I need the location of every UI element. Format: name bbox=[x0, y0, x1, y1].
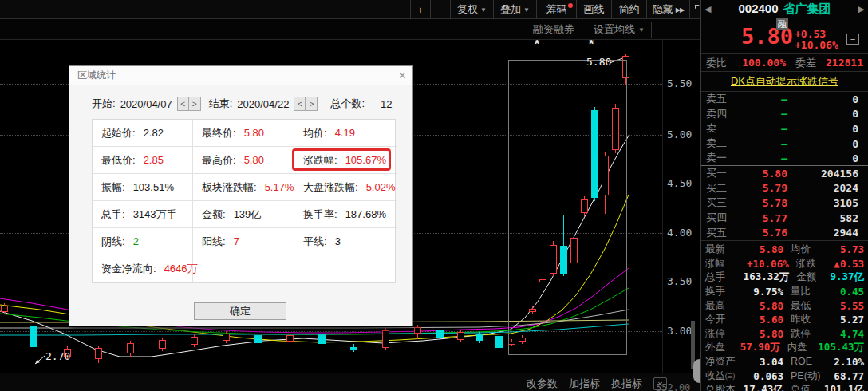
stat-value: 5.60 bbox=[747, 314, 783, 326]
sell-level-row[interactable]: 卖一 — 0 bbox=[701, 151, 868, 166]
chevron-down-icon: ▼ bbox=[480, 6, 487, 14]
region-selection-rectangle[interactable] bbox=[508, 60, 627, 355]
buy5-label: 买五 bbox=[706, 226, 740, 240]
candle-body bbox=[382, 330, 389, 348]
stat-value: 17.43亿 bbox=[744, 383, 783, 391]
buy4-price: 5.77 bbox=[740, 212, 787, 224]
end-label: 结束: bbox=[209, 97, 233, 111]
sell-level-row[interactable]: 卖五 — 0 bbox=[701, 92, 868, 107]
cell-value: 5.17% bbox=[265, 181, 294, 193]
stat-label: 量比 bbox=[791, 285, 827, 298]
add-indicator-link[interactable]: 加指标 bbox=[569, 377, 600, 391]
region-statistics-dialog: 区域统计 × 开始: 2020/04/07 < > 结束: 2020/04/22… bbox=[69, 65, 413, 326]
cell-value: 5.80 bbox=[244, 127, 264, 139]
end-date-next-button[interactable]: > bbox=[306, 97, 318, 111]
sell3-price: — bbox=[740, 123, 787, 135]
chips-button[interactable]: 筹码 bbox=[537, 0, 577, 19]
stat-label: ROE bbox=[791, 356, 827, 367]
stock-title: 002400 省广集团 bbox=[738, 2, 831, 17]
candle-body bbox=[30, 326, 37, 347]
stat-cell-avg-price: 均价: 4.19 bbox=[294, 120, 397, 147]
stat-value: 5.80 bbox=[747, 243, 783, 255]
ma-settings-dropdown[interactable]: 设置均线 ▼ bbox=[594, 22, 645, 37]
stat-value: 9.37亿 bbox=[830, 271, 864, 284]
chevron-down-icon: ▼ bbox=[523, 6, 530, 14]
ok-button[interactable]: 确定 bbox=[194, 302, 286, 320]
ma-settings-label: 设置均线 bbox=[594, 22, 635, 37]
overlay-dropdown[interactable]: 叠加 ▼ bbox=[494, 0, 537, 19]
stat-value: +10.06% bbox=[747, 258, 789, 270]
price-change-pct: +10.06% bbox=[795, 39, 838, 51]
stat-row: 收益㈢ 0.063 PE(动) 68.77 bbox=[701, 369, 868, 383]
stat-label: PE(动) bbox=[791, 369, 827, 383]
quote-stats: 最新 5.80 均价 5.73 涨幅 +10.06% 涨跌 ▲0.53 总手 1… bbox=[701, 240, 868, 391]
stat-cell-highest: 最高价: 5.80 bbox=[193, 147, 294, 174]
margin-trading-link[interactable]: 融资融券 bbox=[533, 22, 574, 37]
buy-level-row[interactable]: 买四 5.77 582 bbox=[701, 211, 868, 226]
stat-label: 涨跌 bbox=[796, 257, 833, 271]
stat-row: 外盘 57.90万 内盘 105.43万 bbox=[701, 341, 868, 355]
draw-line-button[interactable]: 画线 bbox=[577, 0, 612, 19]
quote-panel: ◀ 002400 省广集团 ▶ 5.80 融 +0.53 +10.06% − 委… bbox=[700, 0, 868, 391]
dialog-titlebar[interactable]: 区域统计 × bbox=[69, 66, 412, 85]
weicha-value: 212811 bbox=[826, 57, 863, 69]
notification-dot-icon bbox=[568, 3, 573, 8]
change-params-link[interactable]: 改参数 bbox=[527, 377, 558, 391]
zoom-out-button[interactable]: − bbox=[431, 0, 451, 19]
start-date-next-button[interactable]: > bbox=[189, 97, 201, 111]
stat-value: 101.1亿 bbox=[824, 383, 864, 391]
sell3-volume: 0 bbox=[787, 123, 863, 135]
weibi-label: 委比 bbox=[706, 56, 733, 70]
buy2-label: 买二 bbox=[706, 181, 740, 196]
sell4-volume: 0 bbox=[787, 108, 863, 120]
dialog-title: 区域统计 bbox=[77, 69, 116, 82]
close-icon[interactable]: × bbox=[399, 69, 406, 82]
stat-cell-start-price: 起始价: 2.82 bbox=[93, 120, 193, 147]
sell-level-row[interactable]: 卖二 — 0 bbox=[701, 136, 868, 152]
end-date-value: 2020/04/22 bbox=[237, 98, 289, 110]
double-arrow-icon: ▶▶ bbox=[676, 6, 684, 14]
count-value: 12 bbox=[381, 98, 392, 110]
stat-cell-net-inflow: 资金净流向: 4646万 bbox=[93, 255, 193, 282]
stat-row: 涨幅 +10.06% 涨跌 ▲0.53 bbox=[701, 257, 868, 271]
stat-label: 收益㈢ bbox=[705, 369, 747, 383]
stat-value: 5.80 bbox=[747, 328, 783, 340]
stat-row: 最新 5.80 均价 5.73 bbox=[701, 243, 868, 257]
sell4-label: 卖四 bbox=[706, 107, 740, 121]
stat-row: 最高 5.80 最低 5.55 bbox=[701, 298, 868, 313]
sell-level-row[interactable]: 卖三 — 0 bbox=[701, 121, 868, 136]
buy-level-row[interactable]: 买三 5.78 3105 bbox=[701, 196, 868, 211]
panel-collapse-handle[interactable] bbox=[693, 359, 700, 383]
start-date-prev-button[interactable]: < bbox=[177, 97, 189, 111]
candle-body bbox=[457, 332, 464, 340]
sell5-volume: 0 bbox=[787, 93, 863, 105]
buy1-price: 5.80 bbox=[740, 168, 787, 180]
cell-value: 2.82 bbox=[144, 127, 164, 139]
candle-body bbox=[223, 334, 230, 341]
sell-level-row[interactable]: 卖四 — 0 bbox=[701, 107, 868, 122]
cell-value: 3 bbox=[335, 235, 341, 247]
buy-level-row[interactable]: 买五 5.76 2944 bbox=[701, 225, 868, 240]
simple-mode-button[interactable]: 简约 bbox=[612, 0, 647, 19]
dk-signal-link[interactable]: DK点自动提示涨跌信号 bbox=[731, 74, 838, 89]
next-stock-arrow-icon[interactable]: ▶ bbox=[858, 4, 865, 14]
count-label: 总个数: bbox=[330, 97, 365, 111]
cell-value: 103.51% bbox=[133, 181, 174, 193]
buy-level-row[interactable]: 买二 5.79 2024 bbox=[701, 181, 868, 196]
fuquan-dropdown[interactable]: 复权 ▼ bbox=[451, 0, 494, 19]
cell-label: 板块涨跌幅: bbox=[202, 180, 257, 195]
buy2-volume: 2024 bbox=[787, 182, 863, 194]
zoom-in-button[interactable]: + bbox=[411, 0, 431, 19]
cell-value: 3143万手 bbox=[133, 207, 177, 222]
cell-label: 金额: bbox=[202, 207, 226, 222]
end-date-prev-button[interactable]: < bbox=[294, 97, 306, 111]
stat-value: 68.77 bbox=[827, 370, 864, 382]
prev-stock-arrow-icon[interactable]: ◀ bbox=[704, 4, 711, 14]
hide-button[interactable]: 隐藏 ▶▶ bbox=[647, 0, 690, 19]
collapse-button[interactable]: − bbox=[846, 34, 859, 45]
stat-row: 总股本 17.43亿 总值 101.1亿 bbox=[701, 383, 868, 391]
buy-level-row[interactable]: 买一 5.80 204156 bbox=[701, 166, 868, 181]
overlay-label: 叠加 bbox=[500, 2, 521, 17]
switch-indicator-link[interactable]: 换指标 bbox=[611, 377, 642, 391]
candle-body bbox=[476, 334, 483, 341]
